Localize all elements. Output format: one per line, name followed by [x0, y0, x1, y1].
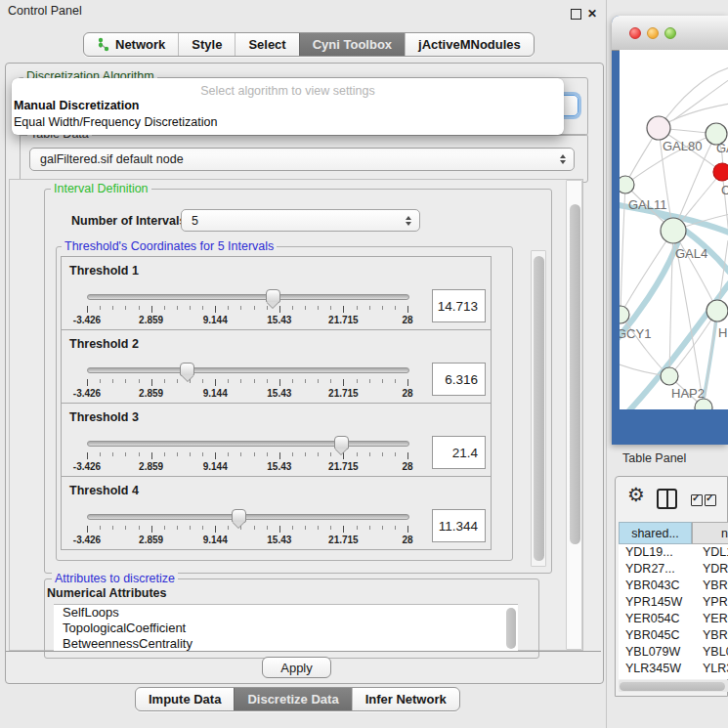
attribute-list-item[interactable]: TopologicalCoefficient [54, 621, 518, 636]
table-row[interactable]: YBR043CYBR0 [619, 578, 728, 594]
cell-shared-name: YER054C [625, 611, 680, 627]
split-panel-icon[interactable] [657, 489, 677, 509]
minimize-traffic-light-icon[interactable] [647, 27, 659, 39]
column-header-shared-name[interactable]: shared... [619, 522, 692, 544]
table-row[interactable]: YBR045CYBR0 [619, 627, 728, 644]
viewport-scrollbar[interactable] [566, 180, 582, 650]
algorithm-option[interactable]: Equal Width/Frequency Discretization [14, 115, 217, 129]
threshold-panel: Threshold 2-3.4262.8599.14415.4321.71528… [61, 329, 492, 404]
slider-tick-label: 2.859 [139, 535, 163, 545]
tab-style[interactable]: Style [178, 33, 235, 56]
slider-track[interactable] [87, 294, 409, 300]
threshold-value-field[interactable]: 21.4 [432, 436, 486, 469]
slider-tick-label: 2.859 [139, 315, 163, 325]
slider-tick [177, 452, 178, 456]
slider-tick [330, 452, 331, 456]
slider-tick [215, 379, 216, 386]
table-row[interactable]: YDR27...YDR2 [619, 561, 728, 578]
network-node[interactable] [661, 218, 686, 243]
table-row[interactable]: YDL19...YDL1 [619, 544, 728, 561]
slider-tick [330, 379, 331, 383]
node-label: GAL4 [675, 246, 707, 261]
slider-tick [318, 526, 319, 530]
slider-track[interactable] [87, 514, 409, 520]
slider-tick [177, 306, 178, 310]
select-columns-icon[interactable] [691, 492, 718, 510]
threshold-value-field[interactable]: 6.316 [432, 363, 486, 396]
tab-network[interactable]: Network [84, 33, 178, 56]
gear-icon[interactable]: ⚙ [627, 485, 645, 504]
network-node[interactable] [620, 306, 629, 323]
slider-tick [190, 452, 191, 456]
slider-track[interactable] [87, 367, 409, 373]
tab-impute-data[interactable]: Impute Data [136, 688, 234, 710]
slider-tick [202, 379, 203, 383]
column-header-name[interactable]: na [692, 522, 728, 544]
slider-tick [151, 306, 152, 313]
zoom-traffic-light-icon[interactable] [664, 27, 676, 39]
threshold-value-field[interactable]: 14.713 [432, 289, 486, 322]
slider-tick [382, 452, 383, 456]
threshold-panel: Threshold 3-3.4262.8599.14415.4321.71528… [61, 403, 492, 477]
network-node[interactable] [620, 176, 634, 193]
slider-tick [330, 526, 331, 530]
numerical-attributes-label: Numerical Attributes [47, 586, 166, 600]
float-window-icon[interactable] [571, 9, 581, 20]
table-data-combobox[interactable]: galFiltered.sif default node [29, 148, 575, 171]
slider-track[interactable] [87, 441, 409, 447]
slider-tick [215, 526, 216, 533]
thresholds-list: Threshold 1-3.4262.8599.14415.4321.71528… [61, 257, 492, 550]
slider-tick [151, 379, 152, 386]
table-row[interactable]: YIL052CYIL0 [619, 677, 728, 679]
attribute-list-item[interactable]: SelfLoops [54, 605, 518, 621]
tab-jactivemnodules[interactable]: jActiveMNodules [405, 33, 534, 56]
slider-tick [357, 452, 358, 456]
network-icon [97, 37, 109, 52]
slider-thumb[interactable] [334, 436, 349, 450]
cell-name: YDR2 [703, 561, 728, 578]
slider-tick [151, 526, 152, 533]
network-node[interactable] [647, 116, 670, 140]
tab-cyni-toolbox[interactable]: Cyni Toolbox [299, 33, 405, 56]
slider-tick [369, 452, 370, 456]
algorithm-option[interactable]: Manual Discretization [14, 99, 140, 112]
slider-thumb[interactable] [266, 289, 280, 303]
slider-thumb[interactable] [232, 509, 246, 523]
slider-thumb[interactable] [180, 363, 194, 376]
slider-tick [267, 379, 268, 383]
table-row[interactable]: YER054CYER0 [619, 611, 728, 627]
network-node[interactable] [661, 367, 678, 385]
threshold-label: Threshold 1 [69, 264, 139, 278]
thresholds-scrollbar[interactable] [531, 250, 546, 567]
network-node[interactable] [707, 300, 728, 321]
slider-tick [305, 306, 306, 310]
network-node[interactable] [713, 163, 728, 181]
tab-discretize-data[interactable]: Discretize Data [234, 688, 351, 710]
slider-tick [357, 306, 358, 310]
table-row[interactable]: YBL079WYBL0 [619, 644, 728, 661]
cell-shared-name: YPR145W [625, 594, 682, 611]
table-row[interactable]: YPR145WYPR1 [619, 594, 728, 611]
close-traffic-light-icon[interactable] [629, 27, 641, 39]
slider-tick [292, 379, 293, 383]
numerical-attributes-list[interactable]: SelfLoopsTopologicalCoefficientBetweenne… [54, 604, 518, 652]
tab-infer-network[interactable]: Infer Network [352, 688, 459, 710]
slider-tick [279, 526, 280, 533]
slider-tick [240, 452, 241, 456]
cell-shared-name: YIL052C [625, 677, 673, 679]
network-window-titlebar[interactable] [612, 16, 728, 51]
slider-tick [87, 452, 88, 459]
close-icon[interactable]: ✕ [587, 7, 597, 21]
apply-button[interactable]: Apply [262, 657, 331, 678]
network-canvas[interactable]: GAL80GAL11GAL4GCY1HAP2GACH [620, 50, 728, 409]
table-rows[interactable]: YDL19...YDL1YDR27...YDR2YBR043CYBR0YPR14… [619, 544, 728, 679]
tab-label: Impute Data [149, 692, 221, 707]
attributes-list-scrollbar[interactable] [506, 608, 516, 649]
slider-tick [305, 452, 306, 456]
table-horizontal-scrollbar[interactable] [619, 680, 728, 692]
threshold-value-field[interactable]: 11.344 [432, 509, 486, 542]
number-of-intervals-combobox[interactable]: 5 [181, 209, 420, 232]
attribute-list-item[interactable]: BetweennessCentrality [54, 636, 518, 652]
table-row[interactable]: YLR345WYLR3 [619, 661, 728, 677]
tab-select[interactable]: Select [235, 33, 298, 56]
